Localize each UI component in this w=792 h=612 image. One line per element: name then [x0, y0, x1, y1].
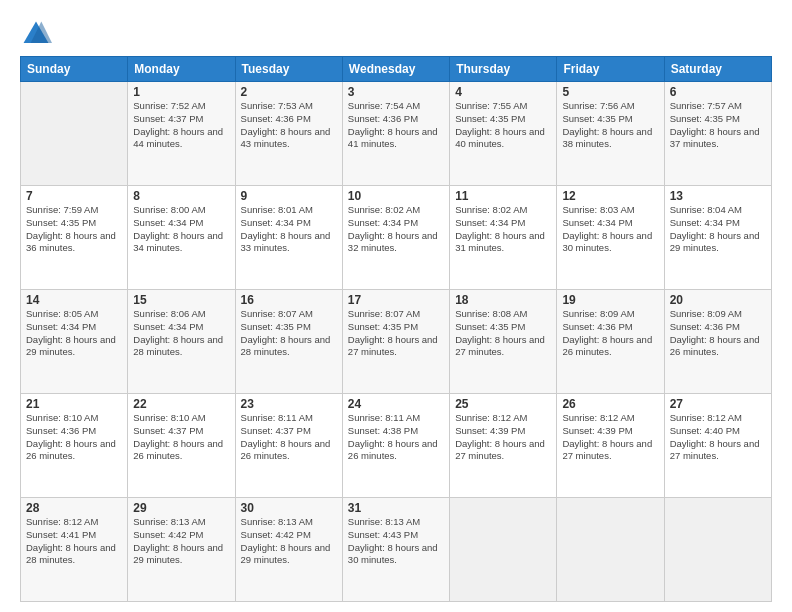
day-detail: Sunrise: 8:13 AMSunset: 4:43 PMDaylight:… [348, 516, 444, 567]
day-number: 3 [348, 85, 444, 99]
day-number: 27 [670, 397, 766, 411]
day-detail: Sunrise: 7:52 AMSunset: 4:37 PMDaylight:… [133, 100, 229, 151]
day-number: 29 [133, 501, 229, 515]
day-detail: Sunrise: 8:02 AMSunset: 4:34 PMDaylight:… [455, 204, 551, 255]
calendar-cell: 23Sunrise: 8:11 AMSunset: 4:37 PMDayligh… [235, 394, 342, 498]
day-detail: Sunrise: 8:02 AMSunset: 4:34 PMDaylight:… [348, 204, 444, 255]
calendar-cell: 21Sunrise: 8:10 AMSunset: 4:36 PMDayligh… [21, 394, 128, 498]
day-detail: Sunrise: 8:04 AMSunset: 4:34 PMDaylight:… [670, 204, 766, 255]
calendar-cell: 11Sunrise: 8:02 AMSunset: 4:34 PMDayligh… [450, 186, 557, 290]
calendar-week-row: 7Sunrise: 7:59 AMSunset: 4:35 PMDaylight… [21, 186, 772, 290]
calendar-cell: 8Sunrise: 8:00 AMSunset: 4:34 PMDaylight… [128, 186, 235, 290]
calendar-cell: 31Sunrise: 8:13 AMSunset: 4:43 PMDayligh… [342, 498, 449, 602]
calendar-week-row: 14Sunrise: 8:05 AMSunset: 4:34 PMDayligh… [21, 290, 772, 394]
calendar-cell: 2Sunrise: 7:53 AMSunset: 4:36 PMDaylight… [235, 82, 342, 186]
calendar-cell [664, 498, 771, 602]
calendar-cell: 9Sunrise: 8:01 AMSunset: 4:34 PMDaylight… [235, 186, 342, 290]
calendar-body: 1Sunrise: 7:52 AMSunset: 4:37 PMDaylight… [21, 82, 772, 602]
header [20, 18, 772, 50]
calendar-week-row: 21Sunrise: 8:10 AMSunset: 4:36 PMDayligh… [21, 394, 772, 498]
day-detail: Sunrise: 8:09 AMSunset: 4:36 PMDaylight:… [562, 308, 658, 359]
calendar-week-row: 1Sunrise: 7:52 AMSunset: 4:37 PMDaylight… [21, 82, 772, 186]
day-number: 31 [348, 501, 444, 515]
calendar-week-row: 28Sunrise: 8:12 AMSunset: 4:41 PMDayligh… [21, 498, 772, 602]
calendar-cell [21, 82, 128, 186]
day-detail: Sunrise: 8:12 AMSunset: 4:39 PMDaylight:… [562, 412, 658, 463]
weekday-header-saturday: Saturday [664, 57, 771, 82]
day-number: 6 [670, 85, 766, 99]
day-number: 18 [455, 293, 551, 307]
day-detail: Sunrise: 8:10 AMSunset: 4:37 PMDaylight:… [133, 412, 229, 463]
day-detail: Sunrise: 8:09 AMSunset: 4:36 PMDaylight:… [670, 308, 766, 359]
weekday-header-tuesday: Tuesday [235, 57, 342, 82]
day-number: 14 [26, 293, 122, 307]
day-detail: Sunrise: 8:13 AMSunset: 4:42 PMDaylight:… [241, 516, 337, 567]
calendar-cell: 29Sunrise: 8:13 AMSunset: 4:42 PMDayligh… [128, 498, 235, 602]
day-number: 23 [241, 397, 337, 411]
day-number: 12 [562, 189, 658, 203]
calendar-cell: 17Sunrise: 8:07 AMSunset: 4:35 PMDayligh… [342, 290, 449, 394]
day-number: 28 [26, 501, 122, 515]
day-detail: Sunrise: 8:03 AMSunset: 4:34 PMDaylight:… [562, 204, 658, 255]
day-number: 15 [133, 293, 229, 307]
day-number: 9 [241, 189, 337, 203]
page: SundayMondayTuesdayWednesdayThursdayFrid… [0, 0, 792, 612]
calendar-cell: 4Sunrise: 7:55 AMSunset: 4:35 PMDaylight… [450, 82, 557, 186]
day-detail: Sunrise: 7:55 AMSunset: 4:35 PMDaylight:… [455, 100, 551, 151]
day-number: 17 [348, 293, 444, 307]
weekday-header-row: SundayMondayTuesdayWednesdayThursdayFrid… [21, 57, 772, 82]
calendar-cell: 28Sunrise: 8:12 AMSunset: 4:41 PMDayligh… [21, 498, 128, 602]
calendar-cell: 18Sunrise: 8:08 AMSunset: 4:35 PMDayligh… [450, 290, 557, 394]
day-number: 22 [133, 397, 229, 411]
day-detail: Sunrise: 7:59 AMSunset: 4:35 PMDaylight:… [26, 204, 122, 255]
day-detail: Sunrise: 7:53 AMSunset: 4:36 PMDaylight:… [241, 100, 337, 151]
logo-icon [20, 18, 52, 50]
day-number: 30 [241, 501, 337, 515]
day-detail: Sunrise: 8:11 AMSunset: 4:37 PMDaylight:… [241, 412, 337, 463]
logo [20, 18, 56, 50]
calendar-cell: 22Sunrise: 8:10 AMSunset: 4:37 PMDayligh… [128, 394, 235, 498]
calendar-cell: 7Sunrise: 7:59 AMSunset: 4:35 PMDaylight… [21, 186, 128, 290]
weekday-header-thursday: Thursday [450, 57, 557, 82]
day-detail: Sunrise: 7:57 AMSunset: 4:35 PMDaylight:… [670, 100, 766, 151]
calendar-cell: 1Sunrise: 7:52 AMSunset: 4:37 PMDaylight… [128, 82, 235, 186]
calendar-cell: 19Sunrise: 8:09 AMSunset: 4:36 PMDayligh… [557, 290, 664, 394]
day-number: 19 [562, 293, 658, 307]
day-number: 7 [26, 189, 122, 203]
day-number: 2 [241, 85, 337, 99]
calendar-cell: 10Sunrise: 8:02 AMSunset: 4:34 PMDayligh… [342, 186, 449, 290]
day-number: 4 [455, 85, 551, 99]
calendar-cell: 30Sunrise: 8:13 AMSunset: 4:42 PMDayligh… [235, 498, 342, 602]
day-detail: Sunrise: 8:08 AMSunset: 4:35 PMDaylight:… [455, 308, 551, 359]
day-detail: Sunrise: 8:00 AMSunset: 4:34 PMDaylight:… [133, 204, 229, 255]
day-detail: Sunrise: 8:06 AMSunset: 4:34 PMDaylight:… [133, 308, 229, 359]
day-detail: Sunrise: 8:12 AMSunset: 4:40 PMDaylight:… [670, 412, 766, 463]
calendar-cell: 20Sunrise: 8:09 AMSunset: 4:36 PMDayligh… [664, 290, 771, 394]
day-number: 11 [455, 189, 551, 203]
day-number: 25 [455, 397, 551, 411]
calendar-cell: 12Sunrise: 8:03 AMSunset: 4:34 PMDayligh… [557, 186, 664, 290]
day-number: 10 [348, 189, 444, 203]
calendar-cell: 24Sunrise: 8:11 AMSunset: 4:38 PMDayligh… [342, 394, 449, 498]
day-number: 24 [348, 397, 444, 411]
calendar-cell [557, 498, 664, 602]
weekday-header-wednesday: Wednesday [342, 57, 449, 82]
day-number: 26 [562, 397, 658, 411]
day-detail: Sunrise: 8:07 AMSunset: 4:35 PMDaylight:… [241, 308, 337, 359]
calendar-cell: 25Sunrise: 8:12 AMSunset: 4:39 PMDayligh… [450, 394, 557, 498]
day-detail: Sunrise: 8:10 AMSunset: 4:36 PMDaylight:… [26, 412, 122, 463]
day-number: 13 [670, 189, 766, 203]
weekday-header-sunday: Sunday [21, 57, 128, 82]
calendar-cell: 27Sunrise: 8:12 AMSunset: 4:40 PMDayligh… [664, 394, 771, 498]
calendar-table: SundayMondayTuesdayWednesdayThursdayFrid… [20, 56, 772, 602]
calendar-cell: 13Sunrise: 8:04 AMSunset: 4:34 PMDayligh… [664, 186, 771, 290]
calendar-cell: 3Sunrise: 7:54 AMSunset: 4:36 PMDaylight… [342, 82, 449, 186]
day-detail: Sunrise: 7:54 AMSunset: 4:36 PMDaylight:… [348, 100, 444, 151]
calendar-cell: 16Sunrise: 8:07 AMSunset: 4:35 PMDayligh… [235, 290, 342, 394]
calendar-cell: 15Sunrise: 8:06 AMSunset: 4:34 PMDayligh… [128, 290, 235, 394]
calendar-cell: 14Sunrise: 8:05 AMSunset: 4:34 PMDayligh… [21, 290, 128, 394]
day-number: 16 [241, 293, 337, 307]
day-detail: Sunrise: 8:05 AMSunset: 4:34 PMDaylight:… [26, 308, 122, 359]
day-detail: Sunrise: 8:12 AMSunset: 4:39 PMDaylight:… [455, 412, 551, 463]
day-number: 1 [133, 85, 229, 99]
